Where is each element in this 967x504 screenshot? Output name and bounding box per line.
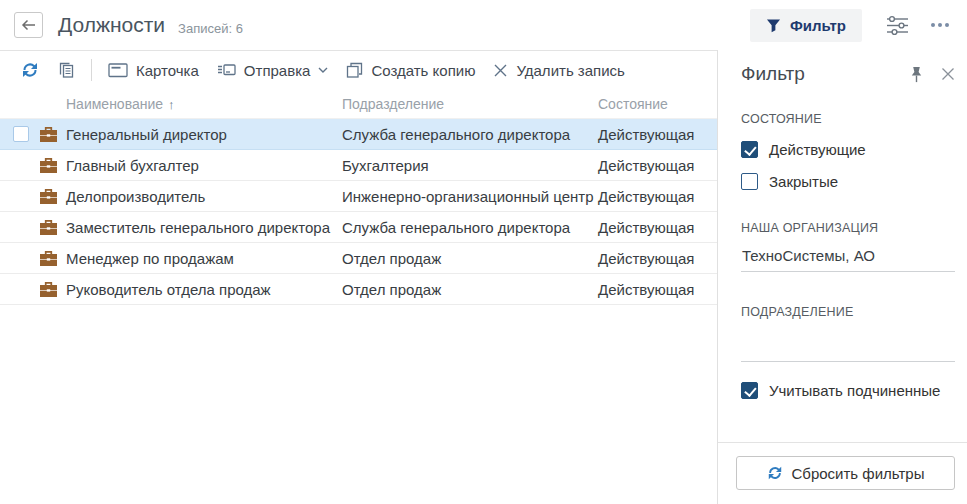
row-status: Действующая	[598, 281, 717, 298]
page-title: Должности	[58, 13, 165, 37]
table-row[interactable]: Главный бухгалтер Бухгалтерия Действующа…	[0, 150, 717, 181]
filter-button-label: Фильтр	[790, 17, 846, 34]
table-body: Генеральный директор Служба генерального…	[0, 119, 717, 305]
sliders-icon	[886, 15, 909, 36]
status-section-label: СОСТОЯНИЕ	[741, 112, 955, 126]
records-count: Записей: 6	[178, 21, 243, 36]
more-dots-icon	[931, 23, 935, 27]
table-row[interactable]: Делопроизводитель Инженерно-организацион…	[0, 181, 717, 212]
row-name: Генеральный директор	[66, 126, 342, 143]
briefcase-icon	[39, 126, 58, 143]
checkbox-closed[interactable]	[741, 173, 758, 190]
filter-panel-header: Фильтр	[741, 63, 955, 85]
table-row[interactable]: Руководитель отдела продаж Отдел продаж …	[0, 274, 717, 305]
view-settings-button[interactable]	[886, 15, 909, 36]
column-header-status[interactable]: Состояние	[598, 96, 717, 112]
row-name: Заместитель генерального директора	[66, 219, 342, 236]
send-button-label: Отправка	[244, 62, 311, 79]
back-button[interactable]	[14, 12, 43, 38]
checkbox-subordinates[interactable]	[741, 382, 758, 399]
row-status: Действующая	[598, 250, 717, 267]
department-section-label: ПОДРАЗДЕЛЕНИЕ	[741, 305, 955, 319]
close-icon	[941, 67, 955, 81]
topbar-actions: Фильтр	[750, 9, 951, 42]
row-name: Главный бухгалтер	[66, 157, 342, 174]
delete-x-icon	[493, 63, 508, 78]
pin-icon	[909, 66, 924, 83]
column-header-name[interactable]: Наименование↑	[66, 96, 342, 112]
delete-button-label: Удалить запись	[516, 62, 624, 79]
filter-option-closed[interactable]: Закрытые	[741, 173, 955, 190]
chevron-down-icon	[318, 67, 328, 73]
filter-panel-footer: Сбросить фильтры	[718, 442, 967, 504]
filter-panel: Фильтр	[717, 50, 967, 504]
row-status: Действующая	[598, 126, 717, 143]
checkbox-closed-label: Закрытые	[769, 173, 838, 190]
row-department: Инженерно-организационный центр	[342, 188, 598, 205]
checkbox-active[interactable]	[741, 141, 758, 158]
row-department: Отдел продаж	[342, 250, 598, 267]
row-department: Служба генерального директора	[342, 219, 598, 236]
delete-record-button[interactable]: Удалить запись	[484, 56, 633, 84]
send-button[interactable]: Отправка	[208, 56, 338, 84]
checkbox-active-label: Действующие	[769, 141, 866, 158]
filter-panel-title: Фильтр	[741, 63, 805, 85]
row-department: Служба генерального директора	[342, 126, 598, 143]
row-status: Действующая	[598, 219, 717, 236]
sort-asc-icon: ↑	[168, 97, 175, 112]
send-icon	[217, 62, 236, 78]
funnel-icon	[766, 18, 781, 33]
filter-option-active[interactable]: Действующие	[741, 141, 955, 158]
main-area: Карточка Отправка	[0, 50, 717, 504]
app-window: Должности Записей: 6 Фильтр	[0, 0, 967, 504]
copy-to-clipboard-button[interactable]	[48, 56, 84, 84]
row-status: Действующая	[598, 157, 717, 174]
filter-option-subordinates[interactable]: Учитывать подчиненные	[741, 382, 955, 399]
organization-section-label: НАША ОРГАНИЗАЦИЯ	[741, 221, 955, 235]
row-department: Бухгалтерия	[342, 157, 598, 174]
briefcase-icon	[39, 188, 58, 205]
briefcase-icon	[39, 250, 58, 267]
pin-panel-button[interactable]	[909, 66, 924, 83]
organization-field[interactable]: ТехноСистемы, АО	[741, 247, 955, 272]
duplicate-icon	[346, 62, 363, 79]
row-status: Действующая	[598, 188, 717, 205]
toolbar-separator	[91, 59, 92, 81]
top-bar: Должности Записей: 6 Фильтр	[0, 0, 967, 50]
checkbox-subordinates-label: Учитывать подчиненные	[769, 382, 940, 399]
briefcase-icon	[39, 281, 58, 298]
briefcase-icon	[39, 219, 58, 236]
toolbar: Карточка Отправка	[0, 51, 717, 89]
table-row[interactable]: Заместитель генерального директора Служб…	[0, 212, 717, 243]
refresh-icon	[21, 61, 39, 79]
table-empty-space	[0, 305, 717, 504]
row-name: Делопроизводитель	[66, 188, 342, 205]
table-row[interactable]: Менеджер по продажам Отдел продаж Действ…	[0, 243, 717, 274]
copy-list-icon	[57, 61, 75, 79]
more-options-button[interactable]	[929, 19, 951, 31]
content-area: Карточка Отправка	[0, 50, 967, 504]
back-arrow-icon	[21, 19, 36, 31]
row-name: Руководитель отдела продаж	[66, 281, 342, 298]
column-header-department[interactable]: Подразделение	[342, 96, 598, 112]
card-button[interactable]: Карточка	[99, 56, 208, 84]
card-button-label: Карточка	[136, 62, 199, 79]
department-field[interactable]	[741, 329, 955, 362]
filter-panel-body: Фильтр	[718, 50, 967, 442]
row-name: Менеджер по продажам	[66, 250, 342, 267]
filter-toggle-button[interactable]: Фильтр	[750, 9, 862, 42]
refresh-button[interactable]	[12, 56, 48, 84]
table-header: Наименование↑ Подразделение Состояние	[0, 89, 717, 119]
briefcase-icon	[39, 157, 58, 174]
reset-filters-button[interactable]: Сбросить фильтры	[736, 456, 955, 490]
close-panel-button[interactable]	[941, 67, 955, 81]
create-copy-button[interactable]: Создать копию	[337, 56, 484, 84]
row-department: Отдел продаж	[342, 281, 598, 298]
table-row[interactable]: Генеральный директор Служба генерального…	[0, 119, 717, 150]
reset-refresh-icon	[767, 465, 783, 481]
row-checkbox[interactable]	[13, 126, 29, 142]
card-icon	[108, 62, 128, 78]
reset-button-label: Сбросить фильтры	[792, 465, 925, 482]
create-copy-button-label: Создать копию	[371, 62, 475, 79]
